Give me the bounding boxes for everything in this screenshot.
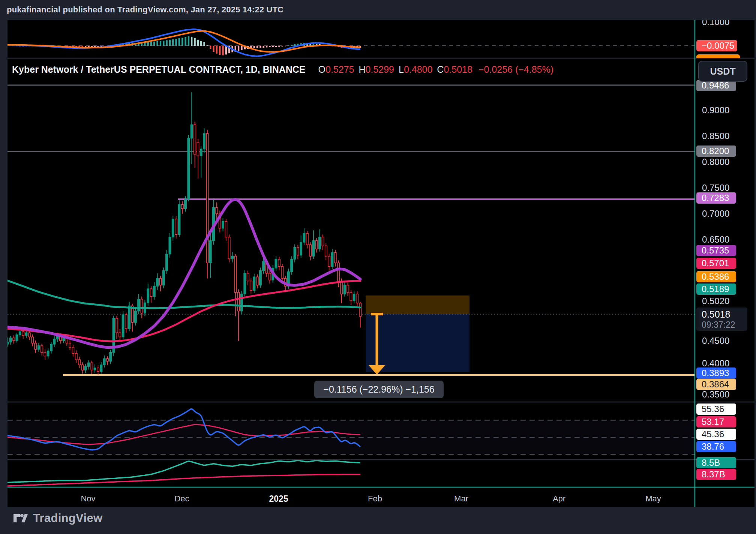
tradingview-brand-text: TradingView [33, 512, 102, 525]
moving-averages [8, 200, 360, 348]
axis-label-mar[interactable]: Mar [454, 494, 468, 504]
tradingview-chart-snapshot: pukafinancial published on TradingView.c… [0, 0, 756, 534]
tick-5020: 0.5020 [702, 296, 729, 307]
rsi-upper-badge: 55.36 [696, 404, 736, 415]
high-value: 0.5299 [366, 64, 394, 75]
tradingview-footer[interactable]: TradingView [13, 511, 102, 526]
horizontal-levels[interactable] [8, 85, 695, 375]
oi-teal-badge: 8.5B [696, 457, 736, 468]
axis-label-2025[interactable]: 2025 [269, 494, 288, 504]
rsi-value-badge: 38.76 [696, 441, 736, 452]
ma-badge-orange: 0.5386 [696, 271, 736, 282]
low-value: 0.4800 [404, 64, 432, 75]
symbol-title[interactable]: Kyber Network / TetherUS PERPETUAL CONTR… [12, 64, 306, 75]
axis-label-apr[interactable]: Apr [553, 494, 566, 504]
open-value: 0.5275 [326, 64, 354, 75]
axis-label-nov[interactable]: Nov [81, 494, 95, 504]
candlestick-series[interactable] [8, 92, 362, 375]
chart-area[interactable]: Kyber Network / TetherUS PERPETUAL CONTR… [8, 20, 754, 507]
close-label: C [437, 64, 444, 75]
macd-signal-badge-clipped [696, 54, 740, 58]
tick-7500: 0.7500 [702, 182, 729, 194]
tradingview-logo-icon [13, 511, 28, 526]
high-label: H [358, 64, 365, 75]
publish-text: pukafinancial published on TradingView.c… [7, 5, 284, 14]
axis-label-feb[interactable]: Feb [368, 494, 382, 504]
ma-badge-purple: 0.5735 [696, 245, 736, 256]
ma-badge-pink: 0.5701 [696, 258, 736, 269]
tick-7000: 0.7000 [702, 208, 729, 219]
measure-tooltip: −0.1156 (−22.96%) −1,156 [314, 381, 444, 398]
measure-end-badge: 0.3893 [696, 368, 736, 379]
measure-tool[interactable] [366, 296, 470, 375]
open-label: O [318, 64, 326, 75]
sand-line-badge: 0.3864 [696, 379, 736, 390]
rsi-band [8, 420, 695, 454]
publish-info-bar: pukafinancial published on TradingView.c… [7, 3, 284, 16]
low-label: L [399, 64, 404, 75]
oi-pink-badge: 8.37B [696, 469, 736, 480]
last-price-value: 0.5018 [702, 309, 747, 320]
macd-hist-badge: −0.0075 [696, 40, 737, 51]
symbol-legend[interactable]: Kyber Network / TetherUS PERPETUAL CONTR… [12, 63, 554, 76]
axis-label-dec[interactable]: Dec [174, 494, 189, 504]
change-value: −0.0256 (−4.85%) [478, 64, 554, 75]
tick-9000: 0.9000 [702, 105, 729, 116]
bar-countdown: 09:37:22 [702, 320, 747, 330]
tick-6500: 0.6500 [702, 234, 729, 245]
tick-3500: 0.3500 [702, 389, 729, 400]
axis-label-may[interactable]: May [645, 494, 661, 504]
ma-badge-teal: 0.5189 [696, 284, 736, 295]
level-badge-8200: 0.8200 [696, 146, 736, 157]
tick-8000: 0.8000 [702, 156, 729, 168]
macd-scale-top-label: 0.1000 [702, 20, 729, 28]
macd-panel [8, 29, 695, 56]
close-value: 0.5018 [444, 64, 472, 75]
open-interest-panel [8, 460, 360, 486]
chart-canvas[interactable] [8, 20, 754, 507]
rsi-ma-badge: 53.17 [696, 416, 736, 428]
tick-8500: 0.8500 [702, 130, 729, 142]
tick-4500: 0.4500 [702, 335, 729, 346]
level-badge-7283: 0.7283 [696, 192, 736, 204]
currency-toggle-button[interactable]: USDT [698, 61, 747, 82]
rsi-lower-badge: 45.36 [696, 429, 736, 440]
last-price-badge: 0.5018 09:37:22 [696, 308, 747, 331]
